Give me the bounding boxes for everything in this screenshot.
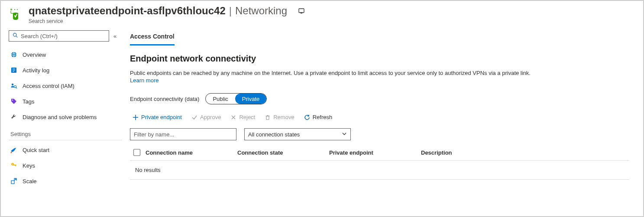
select-all-checkbox[interactable]	[133, 149, 140, 156]
search-icon	[13, 32, 18, 39]
svg-rect-21	[11, 181, 14, 184]
table-empty-message: No results	[130, 160, 629, 180]
chevron-down-icon	[342, 131, 347, 138]
tag-icon	[10, 98, 17, 105]
pin-button[interactable]	[297, 6, 306, 16]
blade-title: Networking	[235, 4, 287, 17]
column-connection-name[interactable]: Connection name	[146, 149, 232, 156]
sidebar-item-label: Overview	[23, 52, 46, 58]
resource-type-label: Search service	[29, 18, 306, 24]
table-header: Connection name Connection state Private…	[130, 145, 629, 160]
resource-name: qnatestprivateendpoint-asflpv6thlouc42	[29, 4, 226, 17]
svg-point-0	[10, 9, 12, 10]
svg-point-2	[17, 9, 18, 10]
section-heading: Endpoint network connectivity	[130, 54, 629, 64]
title-divider: |	[229, 4, 232, 17]
button-label: Remove	[273, 114, 294, 120]
refresh-button[interactable]: Refresh	[304, 114, 333, 120]
add-private-endpoint-button[interactable]: Private endpoint	[133, 114, 182, 120]
sidebar-section-settings: Settings	[9, 131, 122, 140]
svg-point-7	[11, 52, 16, 57]
collapse-sidebar-button[interactable]: «	[113, 33, 114, 39]
svg-point-14	[14, 86, 16, 88]
endpoint-connectivity-label: Endpoint connectivity (data)	[130, 96, 199, 102]
plus-icon	[133, 114, 139, 120]
svg-rect-3	[299, 9, 304, 13]
sidebar-item-activity-log[interactable]: Activity log	[9, 62, 122, 78]
approve-button[interactable]: Approve	[191, 114, 221, 120]
wrench-icon	[10, 113, 17, 120]
column-private-endpoint[interactable]: Private endpoint	[329, 149, 416, 156]
sidebar-item-label: Keys	[23, 162, 35, 169]
button-label: Approve	[200, 114, 221, 120]
section-description: Public endpoints can be reached by any m…	[130, 70, 629, 76]
iam-icon	[10, 82, 17, 89]
x-icon	[230, 114, 236, 120]
dropdown-value: All connection states	[248, 131, 300, 138]
sidebar-item-diagnose[interactable]: Diagnose and solve problems	[9, 109, 122, 125]
refresh-icon	[304, 114, 310, 120]
sidebar-search-box[interactable]	[9, 30, 109, 42]
sidebar-item-label: Activity log	[23, 67, 49, 74]
trash-icon	[265, 114, 271, 120]
sidebar: « Overview Activity log Access control (…	[9, 30, 122, 214]
svg-point-16	[12, 100, 13, 100]
svg-point-18	[12, 164, 13, 165]
svg-point-1	[14, 9, 15, 10]
svg-line-6	[16, 36, 17, 37]
svg-point-13	[12, 84, 13, 85]
sidebar-item-access-control[interactable]: Access control (IAM)	[9, 78, 122, 94]
check-icon	[191, 114, 197, 120]
remove-button[interactable]: Remove	[265, 114, 294, 120]
sidebar-item-overview[interactable]: Overview	[9, 47, 122, 62]
svg-rect-20	[15, 165, 16, 166]
main-content: Access Control Endpoint network connecti…	[130, 30, 635, 214]
filter-by-name-input[interactable]	[130, 128, 236, 140]
toggle-option-private[interactable]: Private	[235, 94, 266, 104]
page-header: qnatestprivateendpoint-asflpv6thlouc42 |…	[1, 1, 643, 24]
sidebar-item-label: Diagnose and solve problems	[23, 114, 97, 120]
column-connection-state[interactable]: Connection state	[237, 149, 324, 156]
endpoint-connectivity-toggle: Public Private	[205, 93, 267, 104]
column-description[interactable]: Description	[421, 149, 626, 156]
globe-icon	[10, 51, 17, 58]
button-label: Reject	[239, 114, 255, 120]
button-label: Refresh	[313, 114, 333, 120]
svg-rect-4	[301, 13, 302, 13]
learn-more-link[interactable]: Learn more	[130, 77, 159, 84]
tab-access-control[interactable]: Access Control	[130, 31, 175, 45]
sidebar-search-input[interactable]	[21, 33, 105, 39]
sidebar-item-label: Quick start	[23, 147, 49, 153]
sidebar-item-label: Tags	[23, 98, 34, 105]
button-label: Private endpoint	[141, 114, 182, 120]
sidebar-item-label: Access control (IAM)	[23, 83, 74, 89]
reject-button[interactable]: Reject	[230, 114, 255, 120]
sidebar-item-keys[interactable]: Keys	[9, 158, 122, 173]
sidebar-item-quick-start[interactable]: Quick start	[9, 142, 122, 158]
sidebar-item-scale[interactable]: Scale	[9, 173, 122, 189]
sidebar-item-label: Scale	[23, 178, 37, 185]
private-endpoint-table: Connection name Connection state Private…	[130, 145, 629, 180]
tab-strip: Access Control	[130, 31, 629, 46]
svg-rect-19	[13, 165, 16, 165]
sidebar-item-tags[interactable]: Tags	[9, 94, 122, 109]
connection-state-dropdown[interactable]: All connection states	[244, 128, 351, 140]
svg-rect-26	[266, 116, 269, 120]
log-icon	[10, 67, 17, 74]
svg-line-15	[16, 87, 17, 88]
toggle-option-public[interactable]: Public	[206, 94, 235, 104]
scale-icon	[10, 178, 17, 185]
quickstart-icon	[10, 146, 17, 153]
resource-type-icon	[9, 7, 23, 21]
svg-point-5	[13, 33, 16, 36]
command-bar: Private endpoint Approve Reject Remove R…	[130, 114, 629, 120]
key-icon	[10, 162, 17, 169]
